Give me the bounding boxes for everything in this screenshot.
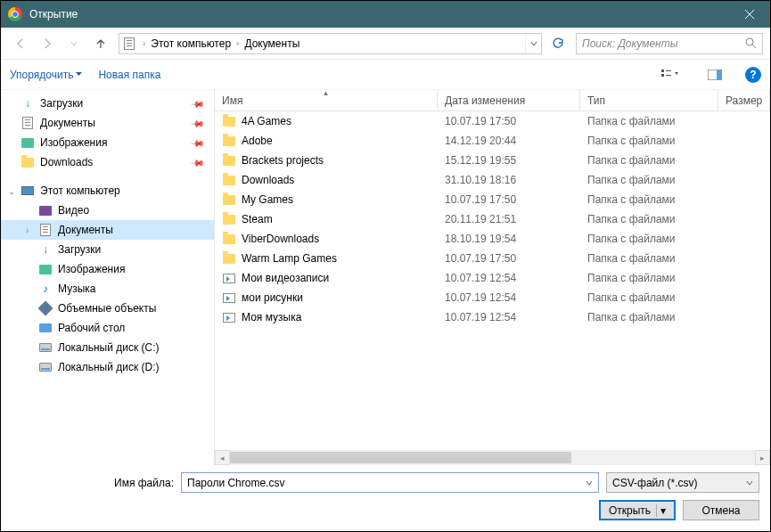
file-type: Папка с файлами: [580, 193, 718, 206]
file-type: Папка с файлами: [580, 174, 718, 186]
file-name: My Games: [242, 193, 293, 206]
file-name: ViberDownloads: [242, 233, 319, 245]
file-type: Папка с файлами: [580, 213, 718, 225]
filetype-select[interactable]: CSV-файл (*.csv): [606, 472, 759, 493]
tree-item[interactable]: Изображения: [1, 259, 214, 279]
tree-label: Этот компьютер: [40, 184, 120, 197]
folder-icon: [222, 134, 236, 148]
tree-item[interactable]: ↓ Загрузки 📌: [1, 94, 214, 113]
organize-menu[interactable]: Упорядочить: [10, 69, 82, 81]
tree-label: Изображения: [58, 263, 125, 275]
tree-label: Объемные объекты: [58, 302, 156, 315]
tree-item[interactable]: ↓ Загрузки: [1, 240, 214, 259]
open-file-dialog: Открытие › Этот компьютер › Документы: [0, 0, 771, 532]
expand-icon[interactable]: ›: [26, 225, 35, 235]
tree-item[interactable]: Локальный диск (C:): [1, 338, 214, 357]
file-row[interactable]: ViberDownloads 18.10.19 19:54 Папка с фа…: [215, 229, 770, 249]
tree-label: Музыка: [58, 282, 95, 295]
tree-item[interactable]: ♪ Музыка: [1, 279, 214, 299]
tree-label: Рабочий стол: [58, 322, 125, 334]
tree-label: Изображения: [40, 136, 107, 149]
breadcrumb-seg-docs[interactable]: Документы: [242, 37, 301, 50]
preview-pane-button[interactable]: [701, 64, 729, 86]
file-row[interactable]: Steam 20.11.19 21:51 Папка с файлами: [215, 209, 770, 229]
scroll-right-button[interactable]: ▸: [755, 450, 770, 465]
filename-label: Имя файла:: [12, 477, 174, 489]
search-box[interactable]: Поиск: Документы: [576, 33, 763, 54]
breadcrumb-bar[interactable]: › Этот компьютер › Документы: [119, 33, 542, 54]
file-type: Папка с файлами: [580, 115, 718, 127]
pin-icon: 📌: [191, 116, 205, 130]
forward-button[interactable]: [35, 31, 60, 56]
folder-icon: [222, 251, 236, 266]
dl-icon: ↓: [21, 96, 35, 110]
file-row[interactable]: Warm Lamp Games 10.07.19 17:50 Папка с ф…: [215, 249, 770, 268]
close-button[interactable]: [729, 1, 770, 28]
help-button[interactable]: ?: [745, 67, 761, 83]
file-row[interactable]: Adobe 14.12.19 20:44 Папка с файлами: [215, 131, 770, 151]
file-type: Папка с файлами: [580, 252, 718, 265]
tree-label: Локальный диск (C:): [58, 341, 160, 354]
back-button[interactable]: [8, 31, 33, 56]
footer: Имя файла: Пароли Chrome.csv CSV-файл (*…: [1, 465, 770, 531]
col-header-size[interactable]: Размер: [718, 90, 770, 110]
file-date: 10.07.19 17:50: [438, 193, 580, 206]
breadcrumb-history-dropdown[interactable]: [525, 34, 541, 53]
file-row[interactable]: 4A Games 10.07.19 17:50 Папка с файлами: [215, 111, 770, 131]
file-date: 10.07.19 12:54: [438, 291, 580, 304]
view-mode-button[interactable]: [656, 64, 685, 86]
refresh-button[interactable]: [547, 33, 569, 54]
up-button[interactable]: [88, 31, 113, 56]
tree-item[interactable]: Объемные объекты: [1, 299, 214, 318]
file-name: Моя музыка: [242, 311, 301, 323]
tree-item[interactable]: › Документы: [1, 220, 214, 240]
chevron-right-icon: ›: [139, 38, 149, 48]
cancel-button[interactable]: Отмена: [683, 500, 759, 520]
sort-asc-icon: ▲: [323, 89, 330, 97]
file-row[interactable]: Downloads 31.10.19 18:16 Папка с файлами: [215, 170, 770, 190]
file-date: 14.12.19 20:44: [438, 135, 580, 147]
tree-item[interactable]: Downloads 📌: [1, 152, 214, 172]
col-header-date[interactable]: Дата изменения: [438, 90, 580, 110]
folder-icon: [222, 192, 236, 207]
dl-icon: ↓: [38, 242, 53, 257]
file-row[interactable]: Моя музыка 10.07.19 12:54 Папка с файлам…: [215, 307, 770, 327]
recent-dropdown[interactable]: [62, 31, 86, 56]
tree-item[interactable]: Локальный диск (D:): [1, 357, 214, 377]
file-row[interactable]: Brackets projects 15.12.19 19:55 Папка с…: [215, 151, 770, 170]
search-icon: [745, 37, 757, 49]
file-name: Warm Lamp Games: [242, 252, 337, 265]
video-icon: [38, 203, 53, 217]
file-name: мои рисунки: [242, 291, 303, 304]
tree-item[interactable]: Рабочий стол: [1, 318, 214, 338]
tree-item[interactable]: Видео: [1, 201, 214, 220]
open-split-icon[interactable]: ▾: [656, 504, 666, 517]
horizontal-scrollbar[interactable]: ◂ ▸: [215, 450, 770, 465]
computer-icon: [21, 184, 35, 198]
toolbar: Упорядочить Новая папка ?: [1, 60, 770, 90]
scroll-thumb[interactable]: [230, 452, 571, 463]
collapse-icon[interactable]: ⌄: [8, 186, 17, 196]
tree-item[interactable]: Документы 📌: [1, 113, 214, 133]
file-row[interactable]: Мои видеозаписи 10.07.19 12:54 Папка с ф…: [215, 268, 770, 288]
doc-icon: [21, 116, 35, 130]
col-header-type[interactable]: Тип: [580, 90, 718, 110]
tree-item-this-pc[interactable]: ⌄ Этот компьютер: [1, 181, 214, 201]
col-header-name[interactable]: ▲ Имя: [215, 90, 438, 110]
new-folder-button[interactable]: Новая папка: [98, 69, 160, 81]
file-row[interactable]: My Games 10.07.19 17:50 Папка с файлами: [215, 190, 770, 209]
file-type: Папка с файлами: [580, 272, 718, 284]
folder-icon: [222, 310, 236, 324]
tree-item[interactable]: Изображения 📌: [1, 133, 214, 152]
pin-icon: 📌: [191, 155, 205, 169]
filename-input[interactable]: Пароли Chrome.csv: [181, 472, 599, 493]
sidebar-tree[interactable]: ↓ Загрузки 📌 Документы 📌 Изображения 📌 D…: [1, 90, 215, 465]
open-button[interactable]: Открыть ▾: [599, 500, 676, 520]
file-row[interactable]: мои рисунки 10.07.19 12:54 Папка с файла…: [215, 288, 770, 307]
scroll-left-button[interactable]: ◂: [215, 450, 230, 465]
tree-label: Загрузки: [40, 97, 83, 110]
folder-icon: [222, 153, 236, 168]
breadcrumb-seg-pc[interactable]: Этот компьютер: [149, 37, 233, 50]
file-list[interactable]: 4A Games 10.07.19 17:50 Папка с файлами …: [215, 111, 770, 450]
tree-label: Загрузки: [58, 243, 101, 256]
